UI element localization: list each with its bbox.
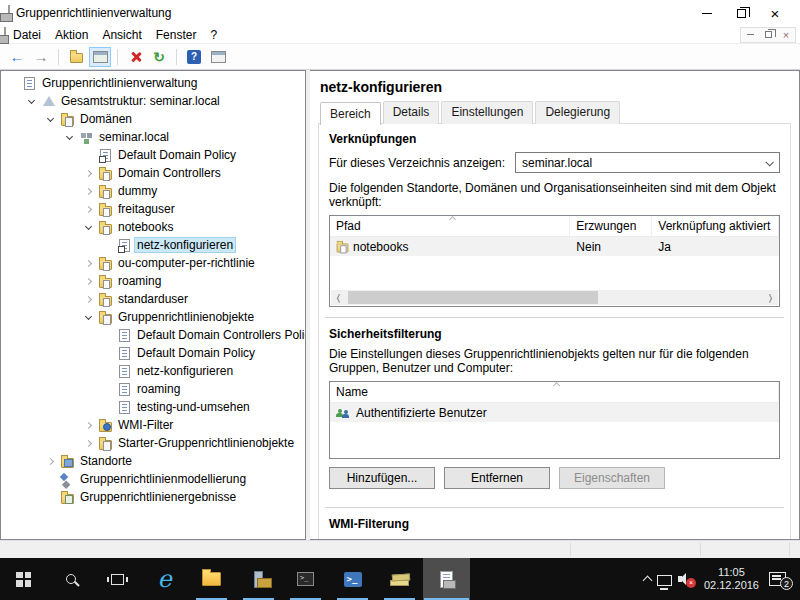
ou-folder-icon	[96, 273, 115, 289]
tab-details[interactable]: Details	[383, 101, 440, 124]
tree-item[interactable]: Gruppenrichtlinienmodellierung	[1, 470, 305, 488]
start-button[interactable]	[0, 558, 47, 600]
tree-item[interactable]: netz-konfigurieren	[1, 362, 305, 380]
column-header[interactable]: Name	[330, 382, 779, 402]
tree-item[interactable]: Domain Controllers	[1, 164, 305, 182]
users-icon	[336, 406, 352, 419]
tree-item-label: testing-und-umsehen	[134, 399, 253, 415]
menu-datei[interactable]: Datei	[6, 27, 48, 43]
table-row[interactable]: Authentifizierte Benutzer	[330, 403, 779, 422]
tree-item[interactable]: Starter-Gruppenrichtlinienobjekte	[1, 434, 305, 452]
tree-item[interactable]: roaming	[1, 380, 305, 398]
scrollbar-thumb[interactable]	[348, 291, 598, 304]
tree-item[interactable]: Default Domain Policy	[1, 146, 305, 164]
menu-ansicht[interactable]: Ansicht	[95, 27, 148, 43]
scroll-left-icon[interactable]: 〈	[331, 290, 346, 305]
scrollbar-track[interactable]	[346, 290, 763, 305]
tree-item-label: Domain Controllers	[115, 165, 224, 181]
table-row[interactable]: notebooksNeinJa	[330, 237, 779, 256]
delete-icon[interactable]	[124, 47, 146, 67]
chevron-collapsed-icon[interactable]	[81, 189, 96, 194]
tree-item[interactable]: Gesamtstruktur: seminar.local	[1, 92, 305, 110]
close-button[interactable]: ×	[758, 1, 792, 25]
gpo-icon	[115, 327, 134, 343]
task-view-taskbar-icon[interactable]	[94, 558, 141, 600]
tab-einstellungen[interactable]: Einstellungen	[441, 101, 533, 124]
tree-item[interactable]: netz-konfigurieren	[1, 236, 305, 254]
tree-item-label: Default Domain Controllers Policy	[134, 327, 306, 343]
column-header[interactable]: Erzwungen	[570, 216, 652, 236]
tree-item[interactable]: Gruppenrichtlinienergebnisse	[1, 488, 305, 506]
chevron-collapsed-icon[interactable]	[81, 423, 96, 428]
gpmc-taskbar-icon[interactable]	[423, 558, 470, 600]
menu-fenster[interactable]: Fenster	[149, 27, 204, 43]
tree-item[interactable]: roaming	[1, 272, 305, 290]
tree-item[interactable]: notebooks	[1, 218, 305, 236]
console-tree-toggle-icon[interactable]	[89, 47, 111, 67]
tree-item[interactable]: Gruppenrichtlinienobjekte	[1, 308, 305, 326]
books-taskbar-icon[interactable]	[376, 558, 423, 600]
menu-aktion[interactable]: Aktion	[48, 27, 95, 43]
file-explorer-taskbar-icon[interactable]	[188, 558, 235, 600]
taskbar-clock[interactable]: 11:05 02.12.2016	[700, 566, 763, 592]
chevron-collapsed-icon[interactable]	[81, 207, 96, 212]
chevron-collapsed-icon[interactable]	[81, 171, 96, 176]
command-prompt-taskbar-icon[interactable]: >_	[282, 558, 329, 600]
properties-button[interactable]: Eigenschaften	[559, 467, 665, 489]
tab-bereich[interactable]: Bereich	[320, 102, 381, 125]
tree-item[interactable]: dummy	[1, 182, 305, 200]
tree-item[interactable]: standarduser	[1, 290, 305, 308]
add-button[interactable]: Hinzufügen...	[329, 467, 435, 489]
column-header[interactable]: Verknüpfung aktiviert	[652, 216, 779, 236]
tree-item[interactable]: WMI-Filter	[1, 416, 305, 434]
refresh-icon[interactable]: ↻	[148, 47, 170, 67]
chevron-expanded-icon[interactable]	[43, 118, 58, 121]
ou-folder-icon	[96, 201, 115, 217]
chevron-collapsed-icon[interactable]	[81, 279, 96, 284]
restore-button[interactable]	[724, 1, 758, 25]
child-minimize-button[interactable]	[741, 28, 759, 42]
chevron-up-icon[interactable]	[642, 576, 652, 586]
tab-delegierung[interactable]: Delegierung	[535, 101, 620, 124]
minimize-button[interactable]	[690, 1, 724, 25]
scroll-right-icon[interactable]: 〉	[763, 290, 778, 305]
links-horizontal-scrollbar[interactable]: 〈 〉	[331, 290, 778, 305]
up-folder-icon[interactable]	[65, 47, 87, 67]
back-icon[interactable]: ←	[6, 47, 28, 67]
chevron-expanded-icon[interactable]	[81, 316, 96, 319]
display-location-combobox[interactable]: seminar.local	[515, 152, 780, 173]
server-manager-taskbar-icon[interactable]	[235, 558, 282, 600]
tree-item[interactable]: Default Domain Controllers Policy	[1, 326, 305, 344]
action-center-icon[interactable]: 2	[769, 572, 786, 586]
tree-item[interactable]: ou-computer-per-richtlinie	[1, 254, 305, 272]
tree-item[interactable]: seminar.local	[1, 128, 305, 146]
chevron-expanded-icon[interactable]	[81, 226, 96, 229]
tree-item[interactable]: testing-und-umsehen	[1, 398, 305, 416]
help-icon[interactable]: ?	[183, 47, 205, 67]
powershell-taskbar-icon[interactable]: >_	[329, 558, 376, 600]
tree-item[interactable]: Gruppenrichtlinienverwaltung	[1, 74, 305, 92]
column-header[interactable]: Pfad	[330, 216, 570, 236]
tree-item[interactable]: Domänen	[1, 110, 305, 128]
internet-explorer-taskbar-icon[interactable]: e	[141, 558, 188, 600]
chevron-collapsed-icon[interactable]	[81, 297, 96, 302]
search-taskbar-icon[interactable]	[47, 558, 94, 600]
network-icon[interactable]	[657, 575, 672, 586]
child-close-button[interactable]: ×	[777, 28, 795, 42]
forward-icon[interactable]: →	[30, 47, 52, 67]
volume-muted-icon[interactable]: ×	[678, 572, 694, 586]
tree-item[interactable]: Default Domain Policy	[1, 344, 305, 362]
chevron-collapsed-icon[interactable]	[81, 261, 96, 266]
remove-button[interactable]: Entfernen	[444, 467, 550, 489]
tree-item-label: Gruppenrichtlinienergebnisse	[77, 489, 239, 505]
tree-item[interactable]: Standorte	[1, 452, 305, 470]
cell-erzwungen: Nein	[570, 240, 652, 254]
child-restore-button[interactable]	[759, 28, 777, 42]
chevron-expanded-icon[interactable]	[24, 100, 39, 103]
menu-hilfe[interactable]: ?	[203, 27, 224, 43]
chevron-expanded-icon[interactable]	[62, 136, 77, 139]
chevron-collapsed-icon[interactable]	[81, 441, 96, 446]
chevron-collapsed-icon[interactable]	[43, 459, 58, 464]
new-window-icon[interactable]	[207, 47, 229, 67]
tree-item[interactable]: freitaguser	[1, 200, 305, 218]
